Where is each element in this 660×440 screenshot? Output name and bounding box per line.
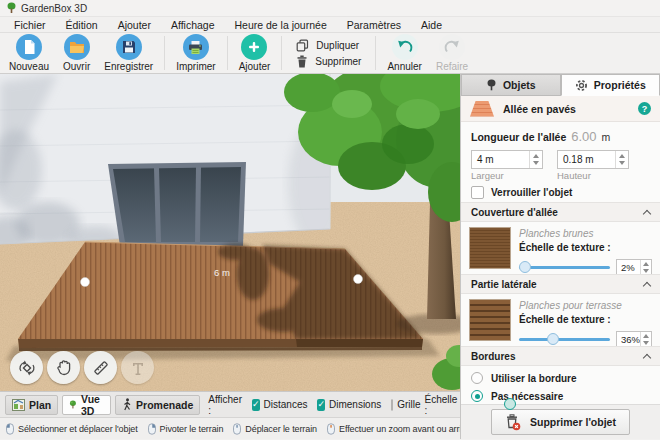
cover-scale-slider[interactable] [519,266,610,269]
trash-icon [296,55,308,68]
undo-button[interactable]: Annuler [380,34,428,72]
scene-3d: 6 m [0,74,460,391]
text-icon [130,360,146,376]
delete-object-area: Supprimer l'objet [461,404,660,439]
side-scale-stepper[interactable] [640,332,651,347]
height-stepper[interactable] [615,151,628,168]
distances-checkbox[interactable] [252,399,260,411]
border-option-use[interactable]: Utiliser la bordure [471,372,650,384]
section-cover-body: Planches brunes Échelle de texture : 2% [461,222,660,274]
undo-arrow-icon [392,34,418,60]
pan-tool-button[interactable] [47,351,80,384]
plan-icon [12,399,25,411]
viewport-3d[interactable]: 6 m [0,74,460,391]
menu-parametres[interactable]: Paramètres [337,19,411,31]
width-stepper[interactable] [529,151,542,168]
dimensions-checkbox[interactable] [317,399,325,411]
section-cover-header[interactable]: Couverture d'allée [461,202,660,222]
walking-person-icon [122,398,132,411]
side-scale-slider-thumb[interactable] [547,333,559,345]
delete-button[interactable]: Supprimer [296,55,361,68]
measure-tool-button[interactable] [84,351,117,384]
toolbar-separator [281,36,282,70]
dimensions-label: Dimensions [329,399,381,410]
grid-checkbox[interactable] [391,399,393,411]
panel-tabs: Objets Propriétés [461,74,660,96]
help-badge[interactable]: ? [638,102,651,115]
show-label: Afficher : [208,394,242,416]
duplicate-button[interactable]: Dupliquer [296,39,361,52]
menu-affichage[interactable]: Affichage [161,19,225,31]
lock-object-checkbox[interactable] [471,186,484,199]
toolbar-separator [227,36,228,70]
chevron-up-icon [643,209,651,217]
tab-properties[interactable]: Propriétés [561,74,660,96]
scale-label: Échelle : [425,394,458,416]
redo-button: Refaire [429,34,475,72]
cover-texture-thumbnail[interactable] [469,227,511,269]
hint-rotate-terrain: Pivoter le terrain [148,423,224,435]
section-side-body: Planches pour terrasse Échelle de textur… [461,294,660,346]
selection-handle-left[interactable] [81,278,90,287]
side-scale-slider[interactable] [519,338,610,341]
hand-icon [56,359,72,376]
menu-bar: Fichier Édition Ajouter Affichage Heure … [0,17,660,33]
app-window: GardenBox 3D Fichier Édition Ajouter Aff… [0,0,660,440]
delete-object-button[interactable]: Supprimer l'objet [491,409,630,435]
tree-silhouette-icon [486,79,497,91]
open-folder-icon [64,34,90,60]
add-button[interactable]: Ajouter [232,34,278,72]
height-field[interactable]: 0.18 m [557,150,629,169]
side-texture-thumbnail[interactable] [469,299,511,341]
path-length-row: Longueur de l'allée 6.00 m [461,122,660,146]
toolbar-separator [375,36,376,70]
mouse-middle-button-icon [233,423,241,435]
width-field[interactable]: 4 m [471,150,543,169]
copy-icon [296,39,309,52]
redo-arrow-icon [439,34,465,60]
section-side-header[interactable]: Partie latérale [461,274,660,294]
menu-ajouter[interactable]: Ajouter [108,19,161,31]
section-borders-header[interactable]: Bordures [461,346,660,366]
tree-3d-icon [69,398,77,411]
selected-object-header: Allée en pavés ? [461,96,660,122]
orbit-icon [18,359,36,377]
height-group: 0.18 m Hauteur [557,150,629,182]
mouse-wheel-icon [327,423,335,435]
border-use-radio[interactable] [471,372,483,384]
new-button[interactable]: Nouveau [2,34,56,72]
tab-plan[interactable]: Plan [5,395,58,415]
save-floppy-icon [116,34,142,60]
tab-promenade[interactable]: Promenade [115,395,200,415]
size-inputs-row: 4 m Largeur 0.18 m Hauteur [461,146,660,182]
orbit-tool-button[interactable] [10,351,43,384]
cover-scale-stepper[interactable] [640,260,651,275]
menu-fichier[interactable]: Fichier [4,19,56,31]
border-none-radio[interactable] [471,390,483,402]
lock-object-row: Verrouiller l'objet [461,182,660,202]
print-button[interactable]: Imprimer [169,34,222,72]
new-document-icon [16,34,42,60]
edit-actions-group: Dupliquer Supprimer [286,39,371,68]
border-option-none[interactable]: Pas nécessaire [471,390,650,402]
menu-heure[interactable]: Heure de la journée [225,19,337,31]
length-value: 6.00 [571,129,596,144]
tab-objects[interactable]: Objets [461,74,561,96]
lock-object-label: Verrouiller l'objet [491,187,572,198]
tab-vue-3d[interactable]: Vue 3D [62,395,111,415]
object-name: Allée en pavés [503,103,629,115]
length-unit: m [602,131,611,143]
gear-icon [575,79,588,92]
cover-scale-slider-thumb[interactable] [519,261,531,273]
mouse-right-button-icon [148,423,156,435]
ruler-icon [92,359,110,377]
menu-edition[interactable]: Édition [56,19,108,31]
open-button[interactable]: Ouvrir [56,34,97,72]
printer-icon [183,34,209,60]
borders-options: Utiliser la bordure Pas nécessaire [461,366,660,404]
hint-select-move: Sélectionner et déplacer l'objet [6,423,138,435]
save-button[interactable]: Enregistrer [97,34,160,72]
selection-handle-right[interactable] [354,275,363,284]
width-label: Largeur [471,170,543,181]
menu-aide[interactable]: Aide [411,19,452,31]
